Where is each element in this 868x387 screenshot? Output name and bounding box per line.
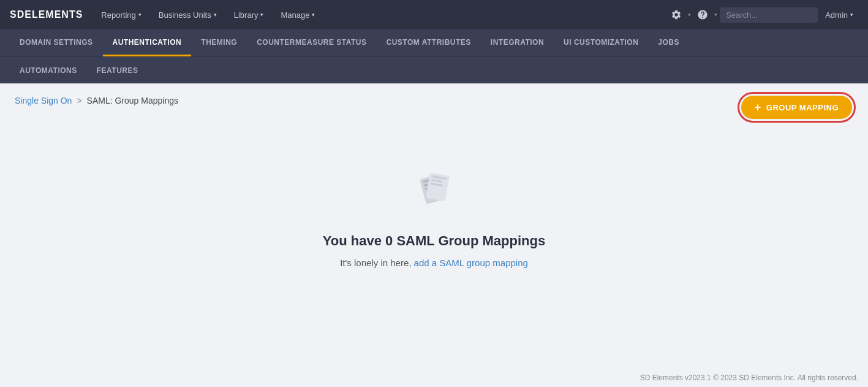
nav-icons-group: ▾ ▾ Admin ▾ xyxy=(667,7,858,23)
group-mapping-button[interactable]: + GROUP MAPPING xyxy=(741,96,852,119)
plus-icon: + xyxy=(755,102,761,113)
tab-theming[interactable]: THEMING xyxy=(191,29,247,56)
tab-custom-attributes[interactable]: CUSTOM ATTRIBUTES xyxy=(377,29,481,56)
group-mapping-button-wrapper: + GROUP MAPPING xyxy=(738,92,856,123)
chevron-down-icon: ▾ xyxy=(138,12,142,18)
nav-reporting[interactable]: Reporting ▾ xyxy=(95,8,147,22)
group-mapping-empty-illustration xyxy=(410,167,459,216)
group-mapping-label: GROUP MAPPING xyxy=(766,103,839,112)
chevron-down-icon: ▾ xyxy=(214,12,217,18)
help-icon-btn[interactable] xyxy=(693,7,712,23)
empty-state-title: You have 0 SAML Group Mappings xyxy=(323,233,545,249)
admin-menu-btn[interactable]: Admin ▾ xyxy=(820,8,858,22)
top-navigation: SDELEMENTS Reporting ▾ Business Units ▾ … xyxy=(0,0,868,29)
tab-jobs[interactable]: JOBS xyxy=(648,29,689,56)
empty-state-subtitle: It's lonely in here, add a SAML group ma… xyxy=(340,258,528,268)
brand-sd: SD xyxy=(10,9,25,20)
tab-integration[interactable]: INTEGRATION xyxy=(481,29,554,56)
chevron-down-icon: ▾ xyxy=(312,12,315,18)
nav-manage[interactable]: Manage ▾ xyxy=(274,8,321,22)
content-area: Single Sign On > SAML: Group Mappings + … xyxy=(0,83,868,384)
sub-navigation: DOMAIN SETTINGS AUTHENTICATION THEMING C… xyxy=(0,29,868,56)
sub-navigation-row2: AUTOMATIONS FEATURES xyxy=(0,56,868,83)
breadcrumb-separator: > xyxy=(77,96,81,105)
tab-features[interactable]: FEATURES xyxy=(87,57,148,84)
tab-domain-settings[interactable]: DOMAIN SETTINGS xyxy=(10,29,103,56)
breadcrumb-current: SAML: Group Mappings xyxy=(87,96,178,105)
brand-logo[interactable]: SDELEMENTS xyxy=(10,9,83,20)
settings-chevron-icon: ▾ xyxy=(688,12,691,18)
empty-state-icon xyxy=(410,167,459,218)
nav-library[interactable]: Library ▾ xyxy=(228,8,270,22)
nav-business-units[interactable]: Business Units ▾ xyxy=(153,8,223,22)
chevron-down-icon: ▾ xyxy=(260,12,263,18)
brand-elements: ELEMENTS xyxy=(25,9,83,20)
tab-automations[interactable]: AUTOMATIONS xyxy=(10,57,87,84)
gear-icon xyxy=(671,9,682,20)
search-input[interactable] xyxy=(720,7,818,23)
help-chevron-icon: ▾ xyxy=(714,12,717,18)
breadcrumb: Single Sign On > SAML: Group Mappings xyxy=(15,96,853,105)
tab-countermeasure-status[interactable]: COUNTERMEASURE STATUS xyxy=(247,29,376,56)
add-saml-group-mapping-link[interactable]: add a SAML group mapping xyxy=(414,258,528,268)
help-icon xyxy=(697,9,708,20)
footer: SD Elements v2023.1 © 2023 SD Elements I… xyxy=(0,369,868,387)
tab-ui-customization[interactable]: UI CUSTOMIZATION xyxy=(554,29,648,56)
footer-text: SD Elements v2023.1 © 2023 SD Elements I… xyxy=(640,374,858,382)
settings-icon-btn[interactable] xyxy=(667,7,685,23)
admin-chevron-icon: ▾ xyxy=(850,12,853,18)
breadcrumb-link-sso[interactable]: Single Sign On xyxy=(15,96,72,105)
tab-authentication[interactable]: AUTHENTICATION xyxy=(103,29,192,56)
empty-state: You have 0 SAML Group Mappings It's lone… xyxy=(15,118,853,305)
